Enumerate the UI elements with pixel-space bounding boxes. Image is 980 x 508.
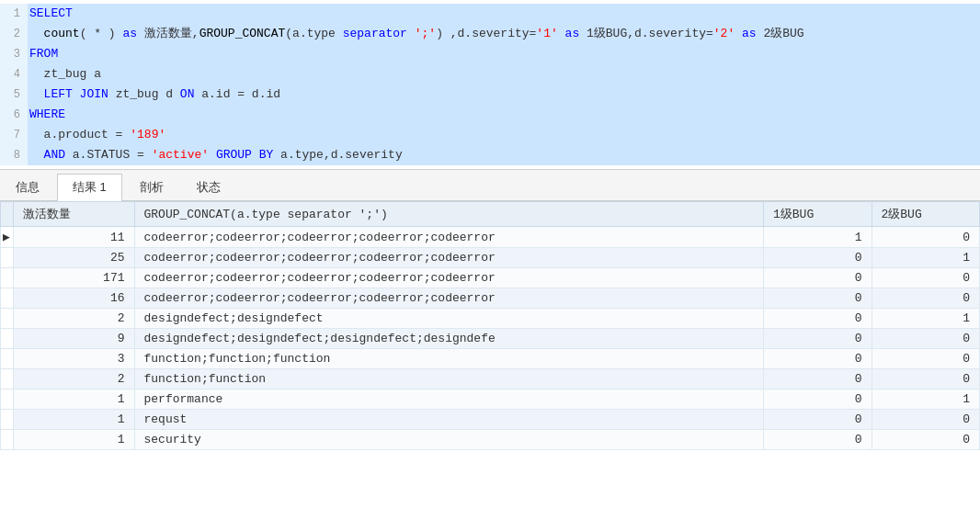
line-number: 6 [0,105,28,125]
row-indicator: ▶ [1,227,14,248]
cell-severity2: 0 [872,369,980,389]
tabs-bar: 信息结果 1剖析状态 [0,170,980,201]
line-content: a.product = '189' [28,125,980,145]
table-row: 1performance01 [1,389,980,410]
col-header-2: 1级BUG [764,202,872,227]
cell-severity1: 0 [764,349,872,369]
line-number: 4 [0,64,28,85]
cell-group-concat: security [134,430,764,450]
cell-count: 16 [14,288,135,309]
cell-group-concat: function;function;function [134,349,764,369]
cell-severity2: 1 [872,389,980,410]
line-content: FROM [28,44,980,64]
col-header-1: GROUP_CONCAT(a.type separator ';') [134,202,764,227]
col-indicator [1,202,14,227]
cell-count: 1 [14,430,135,450]
sql-line-8: 8 AND a.STATUS = 'active' GROUP BY a.typ… [0,145,980,165]
cell-count: 9 [14,329,135,349]
row-indicator [1,329,14,349]
row-indicator [1,309,14,329]
results-table: 激活数量GROUP_CONCAT(a.type separator ';')1级… [0,201,980,450]
cell-group-concat: function;function [134,369,764,389]
cell-severity1: 0 [764,309,872,329]
cell-severity1: 0 [764,329,872,349]
cell-count: 171 [14,268,135,288]
line-content: LEFT JOIN zt_bug d ON a.id = d.id [28,85,980,105]
sql-line-2: 2 count( * ) as 激活数量,GROUP_CONCAT(a.type… [0,24,980,44]
table-row: ▶11codeerror;codeerror;codeerror;codeerr… [1,227,980,248]
sql-line-4: 4 zt_bug a [0,64,980,85]
cell-count: 1 [14,410,135,430]
table-row: 25codeerror;codeerror;codeerror;codeerro… [1,248,980,268]
table-row: 1requst00 [1,410,980,430]
sql-line-3: 3FROM [0,44,980,64]
table-row: 3function;function;function00 [1,349,980,369]
line-number: 1 [0,4,28,24]
cell-severity1: 0 [764,430,872,450]
cell-group-concat: designdefect;designdefect [134,309,764,329]
cell-group-concat: requst [134,410,764,430]
sql-line-1: 1SELECT [0,4,980,24]
row-indicator [1,268,14,288]
line-number: 2 [0,24,28,44]
table-row: 9designdefect;designdefect;designdefect;… [1,329,980,349]
cell-severity2: 1 [872,248,980,268]
cell-group-concat: codeerror;codeerror;codeerror;codeerror;… [134,268,764,288]
cell-count: 1 [14,389,135,410]
col-header-0: 激活数量 [14,202,135,227]
cell-count: 11 [14,227,135,248]
table-row: 1security00 [1,430,980,450]
cell-severity2: 0 [872,329,980,349]
cell-group-concat: codeerror;codeerror;codeerror;codeerror;… [134,248,764,268]
cell-severity1: 0 [764,389,872,410]
row-indicator [1,288,14,309]
cell-severity2: 0 [872,288,980,309]
line-number: 8 [0,145,28,165]
cell-group-concat: codeerror;codeerror;codeerror;codeerror;… [134,227,764,248]
cell-severity1: 0 [764,410,872,430]
line-number: 5 [0,85,28,105]
tab-1[interactable]: 结果 1 [57,174,122,201]
table-row: 2function;function00 [1,369,980,389]
table-row: 2designdefect;designdefect01 [1,309,980,329]
cell-count: 2 [14,309,135,329]
cell-severity2: 0 [872,410,980,430]
table-row: 16codeerror;codeerror;codeerror;codeerro… [1,288,980,309]
cell-severity2: 0 [872,227,980,248]
sql-editor[interactable]: 1SELECT2 count( * ) as 激活数量,GROUP_CONCAT… [0,0,980,170]
cell-count: 25 [14,248,135,268]
results-area: 激活数量GROUP_CONCAT(a.type separator ';')1级… [0,201,980,450]
tab-3[interactable]: 状态 [181,174,236,200]
cell-group-concat: performance [134,389,764,410]
cell-severity2: 1 [872,309,980,329]
cell-severity2: 0 [872,349,980,369]
table-row: 171codeerror;codeerror;codeerror;codeerr… [1,268,980,288]
line-number: 3 [0,44,28,64]
sql-line-5: 5 LEFT JOIN zt_bug d ON a.id = d.id [0,85,980,105]
cell-severity1: 0 [764,369,872,389]
cell-group-concat: codeerror;codeerror;codeerror;codeerror;… [134,288,764,309]
cell-severity2: 0 [872,268,980,288]
cell-severity2: 0 [872,430,980,450]
cell-severity1: 0 [764,288,872,309]
cell-severity1: 1 [764,227,872,248]
col-header-3: 2级BUG [872,202,980,227]
sql-line-6: 6WHERE [0,105,980,125]
cell-severity1: 0 [764,268,872,288]
line-content: AND a.STATUS = 'active' GROUP BY a.type,… [28,145,980,165]
row-indicator [1,349,14,369]
cell-count: 3 [14,349,135,369]
tab-2[interactable]: 剖析 [124,174,179,200]
cell-severity1: 0 [764,248,872,268]
row-indicator [1,430,14,450]
row-indicator [1,369,14,389]
row-indicator [1,248,14,268]
cell-count: 2 [14,369,135,389]
sql-line-7: 7 a.product = '189' [0,125,980,145]
cell-group-concat: designdefect;designdefect;designdefect;d… [134,329,764,349]
row-indicator [1,410,14,430]
line-content: count( * ) as 激活数量,GROUP_CONCAT(a.type s… [28,24,980,44]
line-content: SELECT [28,4,980,24]
line-content: zt_bug a [28,64,980,85]
tab-0[interactable]: 信息 [0,174,55,200]
